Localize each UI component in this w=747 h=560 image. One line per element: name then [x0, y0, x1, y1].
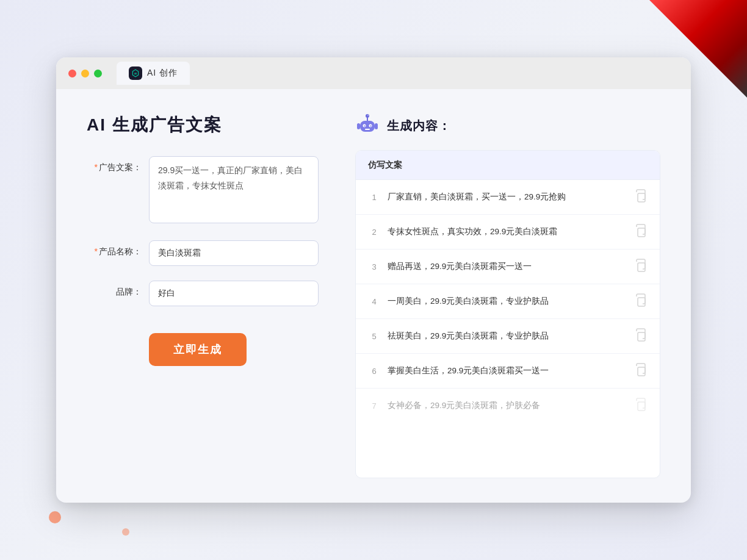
- svg-rect-16: [638, 298, 645, 306]
- corner-decoration-bl: [49, 511, 61, 523]
- row-text: 专抹女性斑点，真实功效，29.9元美白淡斑霜: [388, 226, 626, 238]
- svg-rect-13: [638, 193, 645, 202]
- robot-icon: [355, 113, 380, 138]
- row-text: 厂家直销，美白淡斑霜，买一送一，29.9元抢购: [388, 191, 626, 203]
- maximize-button[interactable]: [94, 70, 102, 77]
- minimize-button[interactable]: [81, 70, 89, 77]
- row-number: 7: [368, 401, 380, 411]
- ad-copy-group: *广告文案： 29.9买一送一，真正的厂家直销，美白淡斑霜，专抹女性斑点: [87, 156, 319, 226]
- copy-icon[interactable]: [633, 328, 648, 345]
- ad-copy-label: *广告文案：: [87, 156, 142, 173]
- table-row: 4一周美白，29.9元美白淡斑霜，专业护肤品: [356, 284, 660, 319]
- svg-rect-10: [357, 123, 360, 129]
- title-bar: AI AI 创作: [56, 57, 691, 89]
- row-text: 一周美白，29.9元美白淡斑霜，专业护肤品: [388, 295, 626, 307]
- row-text: 掌握美白生活，29.9元美白淡斑霜买一送一: [388, 365, 626, 377]
- svg-text:AI: AI: [134, 72, 137, 75]
- row-text: 祛斑美白，29.9元美白淡斑霜，专业护肤品: [388, 330, 626, 342]
- table-row: 3赠品再送，29.9元美白淡斑霜买一送一: [356, 249, 660, 284]
- svg-rect-11: [375, 123, 378, 129]
- row-text: 赠品再送，29.9元美白淡斑霜买一送一: [388, 260, 626, 273]
- svg-point-3: [366, 114, 369, 118]
- table-row: 2专抹女性斑点，真实功效，29.9元美白淡斑霜: [356, 215, 660, 249]
- svg-rect-19: [638, 402, 645, 411]
- result-rows-container: 1厂家直销，美白淡斑霜，买一送一，29.9元抢购 2专抹女性斑点，真实功效，29…: [356, 180, 660, 423]
- ad-copy-input-wrap: 29.9买一送一，真正的厂家直销，美白淡斑霜，专抹女性斑点: [149, 156, 319, 226]
- svg-point-7: [364, 126, 366, 127]
- copy-icon[interactable]: [633, 258, 648, 275]
- row-number: 2: [368, 228, 380, 237]
- brand-input-wrap: [149, 281, 319, 306]
- right-panel: 生成内容： 仿写文案 1厂家直销，美白淡斑霜，买一送一，29.9元抢购 2专抹女…: [355, 113, 660, 478]
- product-name-input-wrap: [149, 240, 319, 266]
- copy-icon[interactable]: [633, 188, 648, 206]
- result-header: 生成内容：: [355, 113, 660, 138]
- table-header: 仿写文案: [356, 151, 660, 180]
- content-area: AI 生成广告文案 *广告文案： 29.9买一送一，真正的厂家直销，美白淡斑霜，…: [56, 89, 691, 503]
- copy-icon[interactable]: [633, 362, 648, 379]
- brand-group: 品牌：: [87, 281, 319, 306]
- svg-rect-15: [638, 263, 645, 271]
- svg-rect-17: [638, 332, 645, 341]
- close-button[interactable]: [68, 70, 76, 77]
- result-title: 生成内容：: [387, 118, 451, 134]
- product-name-input[interactable]: [149, 240, 319, 266]
- svg-rect-14: [638, 228, 645, 237]
- page-title: AI 生成广告文案: [87, 113, 319, 137]
- svg-rect-9: [365, 129, 370, 130]
- row-text: 女神必备，29.9元美白淡斑霜，护肤必备: [388, 400, 626, 412]
- brand-input[interactable]: [149, 281, 319, 306]
- corner-decoration-bl2: [122, 528, 129, 536]
- product-name-required: *: [95, 246, 98, 256]
- ad-copy-required: *: [95, 162, 98, 172]
- row-number: 5: [368, 332, 380, 341]
- svg-point-8: [370, 126, 372, 127]
- submit-button[interactable]: 立即生成: [149, 333, 247, 366]
- tab-ai-creation[interactable]: AI AI 创作: [117, 62, 190, 85]
- left-panel: AI 生成广告文案 *广告文案： 29.9买一送一，真正的厂家直销，美白淡斑霜，…: [87, 113, 319, 478]
- table-row: 6掌握美白生活，29.9元美白淡斑霜买一送一: [356, 354, 660, 389]
- table-row: 5祛斑美白，29.9元美白淡斑霜，专业护肤品: [356, 319, 660, 354]
- tab-label: AI 创作: [147, 68, 178, 79]
- product-name-label: *产品名称：: [87, 240, 142, 257]
- result-table: 仿写文案 1厂家直销，美白淡斑霜，买一送一，29.9元抢购 2专抹女性斑点，真实…: [355, 150, 660, 478]
- row-number: 4: [368, 297, 380, 306]
- product-name-group: *产品名称：: [87, 240, 319, 266]
- table-header-text: 仿写文案: [368, 160, 402, 170]
- browser-window: AI AI 创作 AI 生成广告文案 *广告文案： 29.9买一送一，真正的厂家…: [56, 57, 691, 503]
- svg-rect-4: [360, 121, 375, 132]
- brand-label: 品牌：: [87, 281, 142, 298]
- svg-point-12: [367, 115, 369, 116]
- copy-icon[interactable]: [633, 293, 648, 310]
- svg-rect-18: [638, 367, 645, 376]
- row-number: 6: [368, 367, 380, 376]
- table-row: 1厂家直销，美白淡斑霜，买一送一，29.9元抢购: [356, 180, 660, 215]
- copy-icon[interactable]: [633, 397, 648, 414]
- ad-copy-textarea[interactable]: 29.9买一送一，真正的厂家直销，美白淡斑霜，专抹女性斑点: [149, 156, 319, 223]
- table-row: 7女神必备，29.9元美白淡斑霜，护肤必备: [356, 389, 660, 423]
- ai-icon: AI: [129, 66, 142, 80]
- row-number: 1: [368, 193, 380, 202]
- row-number: 3: [368, 262, 380, 271]
- copy-icon[interactable]: [633, 223, 648, 240]
